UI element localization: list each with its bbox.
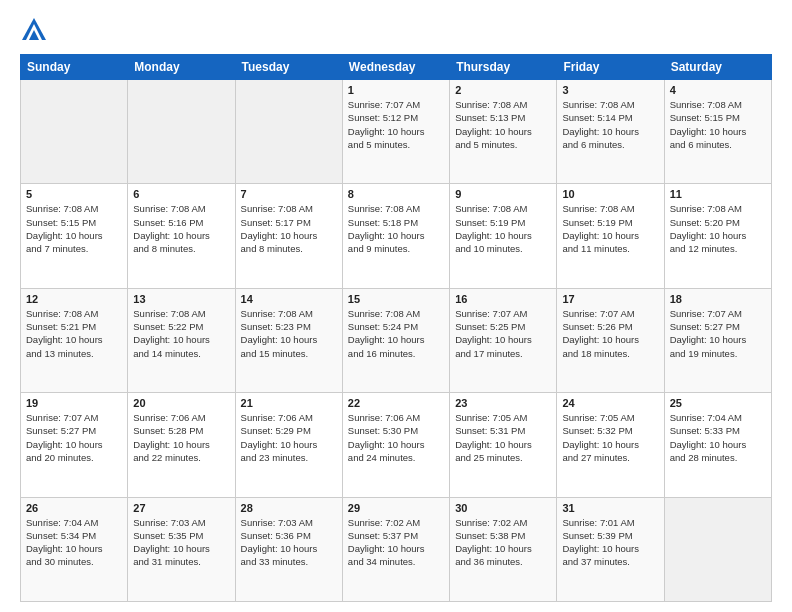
day-number: 20 <box>133 397 229 409</box>
calendar-cell: 17Sunrise: 7:07 AM Sunset: 5:26 PM Dayli… <box>557 288 664 392</box>
header-row: SundayMondayTuesdayWednesdayThursdayFrid… <box>21 55 772 80</box>
calendar-cell: 6Sunrise: 7:08 AM Sunset: 5:16 PM Daylig… <box>128 184 235 288</box>
calendar-cell: 28Sunrise: 7:03 AM Sunset: 5:36 PM Dayli… <box>235 497 342 601</box>
day-number: 9 <box>455 188 551 200</box>
calendar-cell: 12Sunrise: 7:08 AM Sunset: 5:21 PM Dayli… <box>21 288 128 392</box>
day-info: Sunrise: 7:08 AM Sunset: 5:18 PM Dayligh… <box>348 202 444 255</box>
day-header-sunday: Sunday <box>21 55 128 80</box>
day-number: 1 <box>348 84 444 96</box>
day-number: 31 <box>562 502 658 514</box>
calendar-cell: 30Sunrise: 7:02 AM Sunset: 5:38 PM Dayli… <box>450 497 557 601</box>
calendar-cell: 21Sunrise: 7:06 AM Sunset: 5:29 PM Dayli… <box>235 393 342 497</box>
week-row-1: 5Sunrise: 7:08 AM Sunset: 5:15 PM Daylig… <box>21 184 772 288</box>
day-number: 21 <box>241 397 337 409</box>
day-info: Sunrise: 7:08 AM Sunset: 5:15 PM Dayligh… <box>26 202 122 255</box>
week-row-4: 26Sunrise: 7:04 AM Sunset: 5:34 PM Dayli… <box>21 497 772 601</box>
day-header-saturday: Saturday <box>664 55 771 80</box>
day-info: Sunrise: 7:04 AM Sunset: 5:33 PM Dayligh… <box>670 411 766 464</box>
day-number: 19 <box>26 397 122 409</box>
day-number: 7 <box>241 188 337 200</box>
day-number: 13 <box>133 293 229 305</box>
week-row-2: 12Sunrise: 7:08 AM Sunset: 5:21 PM Dayli… <box>21 288 772 392</box>
day-info: Sunrise: 7:01 AM Sunset: 5:39 PM Dayligh… <box>562 516 658 569</box>
day-info: Sunrise: 7:06 AM Sunset: 5:28 PM Dayligh… <box>133 411 229 464</box>
calendar-cell: 14Sunrise: 7:08 AM Sunset: 5:23 PM Dayli… <box>235 288 342 392</box>
calendar-cell <box>128 80 235 184</box>
day-number: 23 <box>455 397 551 409</box>
logo <box>20 16 52 44</box>
day-info: Sunrise: 7:07 AM Sunset: 5:12 PM Dayligh… <box>348 98 444 151</box>
day-info: Sunrise: 7:07 AM Sunset: 5:27 PM Dayligh… <box>26 411 122 464</box>
day-number: 29 <box>348 502 444 514</box>
day-number: 16 <box>455 293 551 305</box>
day-info: Sunrise: 7:03 AM Sunset: 5:35 PM Dayligh… <box>133 516 229 569</box>
day-header-tuesday: Tuesday <box>235 55 342 80</box>
calendar-cell: 10Sunrise: 7:08 AM Sunset: 5:19 PM Dayli… <box>557 184 664 288</box>
calendar-cell: 31Sunrise: 7:01 AM Sunset: 5:39 PM Dayli… <box>557 497 664 601</box>
calendar-cell: 3Sunrise: 7:08 AM Sunset: 5:14 PM Daylig… <box>557 80 664 184</box>
calendar-cell: 8Sunrise: 7:08 AM Sunset: 5:18 PM Daylig… <box>342 184 449 288</box>
calendar-cell: 7Sunrise: 7:08 AM Sunset: 5:17 PM Daylig… <box>235 184 342 288</box>
calendar-cell: 25Sunrise: 7:04 AM Sunset: 5:33 PM Dayli… <box>664 393 771 497</box>
calendar-cell: 2Sunrise: 7:08 AM Sunset: 5:13 PM Daylig… <box>450 80 557 184</box>
day-info: Sunrise: 7:08 AM Sunset: 5:14 PM Dayligh… <box>562 98 658 151</box>
day-info: Sunrise: 7:07 AM Sunset: 5:25 PM Dayligh… <box>455 307 551 360</box>
day-number: 30 <box>455 502 551 514</box>
day-header-wednesday: Wednesday <box>342 55 449 80</box>
day-info: Sunrise: 7:08 AM Sunset: 5:17 PM Dayligh… <box>241 202 337 255</box>
day-number: 10 <box>562 188 658 200</box>
day-info: Sunrise: 7:08 AM Sunset: 5:19 PM Dayligh… <box>562 202 658 255</box>
calendar-cell: 23Sunrise: 7:05 AM Sunset: 5:31 PM Dayli… <box>450 393 557 497</box>
day-number: 12 <box>26 293 122 305</box>
day-info: Sunrise: 7:05 AM Sunset: 5:32 PM Dayligh… <box>562 411 658 464</box>
day-number: 4 <box>670 84 766 96</box>
calendar-cell: 19Sunrise: 7:07 AM Sunset: 5:27 PM Dayli… <box>21 393 128 497</box>
calendar-cell: 4Sunrise: 7:08 AM Sunset: 5:15 PM Daylig… <box>664 80 771 184</box>
calendar-cell: 13Sunrise: 7:08 AM Sunset: 5:22 PM Dayli… <box>128 288 235 392</box>
day-number: 28 <box>241 502 337 514</box>
day-number: 17 <box>562 293 658 305</box>
day-number: 27 <box>133 502 229 514</box>
day-number: 3 <box>562 84 658 96</box>
calendar-cell: 26Sunrise: 7:04 AM Sunset: 5:34 PM Dayli… <box>21 497 128 601</box>
day-info: Sunrise: 7:08 AM Sunset: 5:22 PM Dayligh… <box>133 307 229 360</box>
calendar-cell <box>664 497 771 601</box>
day-header-thursday: Thursday <box>450 55 557 80</box>
week-row-3: 19Sunrise: 7:07 AM Sunset: 5:27 PM Dayli… <box>21 393 772 497</box>
calendar-cell: 1Sunrise: 7:07 AM Sunset: 5:12 PM Daylig… <box>342 80 449 184</box>
calendar-cell: 5Sunrise: 7:08 AM Sunset: 5:15 PM Daylig… <box>21 184 128 288</box>
day-number: 14 <box>241 293 337 305</box>
day-info: Sunrise: 7:08 AM Sunset: 5:13 PM Dayligh… <box>455 98 551 151</box>
day-number: 18 <box>670 293 766 305</box>
day-number: 22 <box>348 397 444 409</box>
calendar-cell <box>21 80 128 184</box>
day-info: Sunrise: 7:08 AM Sunset: 5:20 PM Dayligh… <box>670 202 766 255</box>
calendar-cell: 22Sunrise: 7:06 AM Sunset: 5:30 PM Dayli… <box>342 393 449 497</box>
day-info: Sunrise: 7:08 AM Sunset: 5:19 PM Dayligh… <box>455 202 551 255</box>
calendar-cell: 20Sunrise: 7:06 AM Sunset: 5:28 PM Dayli… <box>128 393 235 497</box>
day-info: Sunrise: 7:06 AM Sunset: 5:29 PM Dayligh… <box>241 411 337 464</box>
calendar-cell: 16Sunrise: 7:07 AM Sunset: 5:25 PM Dayli… <box>450 288 557 392</box>
day-header-friday: Friday <box>557 55 664 80</box>
day-number: 5 <box>26 188 122 200</box>
day-info: Sunrise: 7:08 AM Sunset: 5:15 PM Dayligh… <box>670 98 766 151</box>
day-number: 24 <box>562 397 658 409</box>
day-number: 26 <box>26 502 122 514</box>
day-info: Sunrise: 7:06 AM Sunset: 5:30 PM Dayligh… <box>348 411 444 464</box>
day-info: Sunrise: 7:04 AM Sunset: 5:34 PM Dayligh… <box>26 516 122 569</box>
calendar-cell: 11Sunrise: 7:08 AM Sunset: 5:20 PM Dayli… <box>664 184 771 288</box>
day-info: Sunrise: 7:03 AM Sunset: 5:36 PM Dayligh… <box>241 516 337 569</box>
week-row-0: 1Sunrise: 7:07 AM Sunset: 5:12 PM Daylig… <box>21 80 772 184</box>
calendar-cell <box>235 80 342 184</box>
day-number: 11 <box>670 188 766 200</box>
header <box>20 16 772 44</box>
day-info: Sunrise: 7:08 AM Sunset: 5:21 PM Dayligh… <box>26 307 122 360</box>
day-header-monday: Monday <box>128 55 235 80</box>
day-info: Sunrise: 7:07 AM Sunset: 5:26 PM Dayligh… <box>562 307 658 360</box>
logo-icon <box>20 16 48 44</box>
day-info: Sunrise: 7:02 AM Sunset: 5:38 PM Dayligh… <box>455 516 551 569</box>
calendar-cell: 29Sunrise: 7:02 AM Sunset: 5:37 PM Dayli… <box>342 497 449 601</box>
day-number: 6 <box>133 188 229 200</box>
calendar-table: SundayMondayTuesdayWednesdayThursdayFrid… <box>20 54 772 602</box>
calendar-cell: 27Sunrise: 7:03 AM Sunset: 5:35 PM Dayli… <box>128 497 235 601</box>
